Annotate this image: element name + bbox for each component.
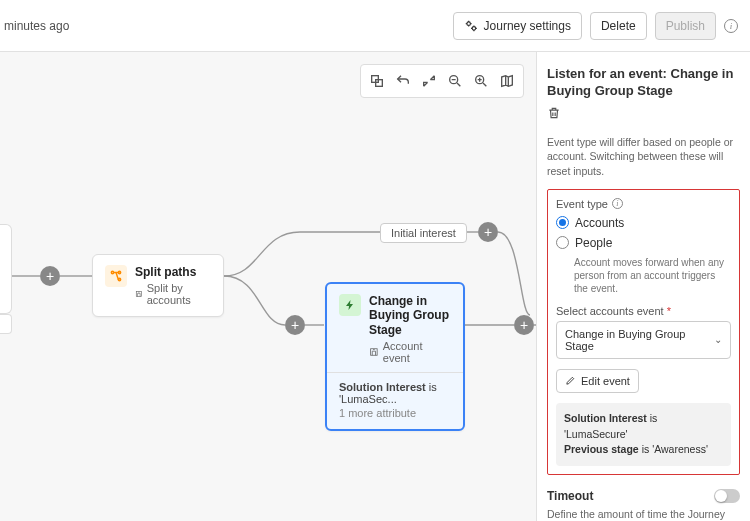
svg-point-1 [472, 26, 476, 29]
add-step-node[interactable]: + [514, 315, 534, 335]
edit-event-button[interactable]: Edit event [556, 369, 639, 393]
chevron-down-icon: ⌄ [714, 334, 722, 345]
panel-hint-text: Event type will differ based on people o… [547, 135, 740, 179]
radio-people[interactable]: People [556, 236, 731, 250]
top-actions: Journey settings Delete Publish i [453, 12, 738, 40]
card-subtitle: Split by accounts [135, 282, 211, 306]
last-edited-time: minutes ago [0, 19, 69, 33]
pencil-icon [565, 375, 576, 386]
panel-title: Listen for an event: Change in Buying Gr… [547, 66, 740, 100]
publish-button: Publish [655, 12, 716, 40]
add-step-node[interactable]: + [285, 315, 305, 335]
main: + + + + Split paths Split by accounts In… [0, 52, 750, 521]
timeout-hint: Define the amount of time the Journey wi… [547, 507, 740, 521]
accounts-icon [135, 289, 143, 299]
info-icon[interactable]: i [612, 198, 623, 209]
split-icon [105, 265, 127, 287]
event-attributes-summary: Solution Interest is 'LumaSecure' Previo… [556, 403, 731, 466]
event-properties-panel: Listen for an event: Change in Buying Gr… [536, 52, 750, 521]
offscreen-card-stub-2 [0, 314, 12, 334]
timeout-toggle[interactable] [714, 489, 740, 503]
card-attribute-line: Solution Interest is 'LumaSec... [339, 381, 451, 405]
delete-step-button[interactable] [547, 106, 740, 123]
journey-canvas[interactable]: + + + + Split paths Split by accounts In… [0, 52, 536, 521]
info-icon[interactable]: i [724, 19, 738, 33]
event-type-section: Event type i Accounts People Account mov… [547, 189, 740, 475]
split-paths-node[interactable]: Split paths Split by accounts [92, 254, 224, 317]
radio-icon [556, 236, 569, 249]
add-step-node[interactable]: + [478, 222, 498, 242]
add-step-node[interactable]: + [40, 266, 60, 286]
offscreen-card-stub [0, 224, 12, 314]
card-title: Split paths [135, 265, 211, 279]
path-label-initial-interest[interactable]: Initial interest [380, 223, 467, 243]
radio-icon [556, 216, 569, 229]
event-type-label: Event type i [556, 198, 731, 210]
lightning-icon [339, 294, 361, 316]
change-in-buying-group-stage-node[interactable]: Change in Buying Group Stage Account eve… [325, 282, 465, 431]
card-title: Change in Buying Group Stage [369, 294, 451, 337]
delete-button[interactable]: Delete [590, 12, 647, 40]
accounts-icon [369, 347, 379, 357]
svg-point-0 [466, 21, 470, 25]
select-accounts-event-label: Select accounts event * [556, 305, 731, 317]
accounts-event-select[interactable]: Change in Buying Group Stage ⌄ [556, 321, 731, 359]
timeout-row: Timeout [547, 489, 740, 503]
timeout-label: Timeout [547, 489, 593, 503]
trash-icon [547, 106, 561, 120]
topbar: minutes ago Journey settings Delete Publ… [0, 0, 750, 52]
gears-icon [464, 19, 478, 33]
card-subtitle: Account event [369, 340, 451, 364]
accounts-help-text: Account moves forward when any person fr… [574, 256, 731, 295]
radio-accounts[interactable]: Accounts [556, 216, 731, 230]
card-more-attributes: 1 more attribute [339, 407, 451, 419]
svg-point-6 [111, 271, 113, 273]
journey-settings-button[interactable]: Journey settings [453, 12, 582, 40]
